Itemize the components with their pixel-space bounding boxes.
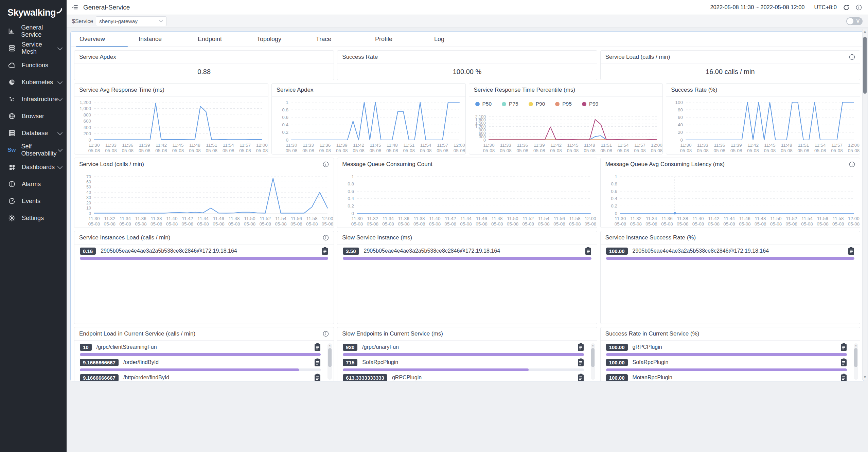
scroll-down-icon[interactable]: ▼ [863,375,867,380]
legend-label: P99 [589,101,599,107]
scroll-up-icon[interactable]: ▲ [327,343,332,347]
svg-text:0.8: 0.8 [348,181,354,186]
view-mode-toggle[interactable]: V [846,17,863,25]
legend-item-p99[interactable]: P99 [582,101,599,107]
legend-item-p50[interactable]: P50 [475,101,492,107]
tab-endpoint[interactable]: Endpoint [190,32,249,47]
svg-text:12:00: 12:00 [256,143,268,148]
tab-trace[interactable]: Trace [308,32,368,47]
tab-instance[interactable]: Instance [131,32,190,47]
info-icon[interactable] [849,54,855,60]
scroll-up-icon[interactable]: ▲ [591,343,595,347]
card-scrollbar[interactable]: ▲ [327,343,332,380]
chart-canvas: 00.20.40.60.8111:3005-0811:3305-0811:360… [272,97,465,154]
svg-text:60: 60 [86,180,91,184]
info-icon[interactable] [849,161,855,167]
tab-profile[interactable]: Profile [368,32,427,47]
sidebar-item-infrastructure[interactable]: Infrastructure [0,91,67,108]
tab-bar: OverviewInstanceEndpointTopologyTracePro… [71,32,864,47]
view-trend-icon[interactable] [578,374,584,381]
scrollbar-thumb[interactable] [863,37,867,94]
scrollbar-thumb[interactable] [854,348,857,367]
sidebar-item-functions[interactable]: Functions [0,57,67,74]
sidebar-item-general-service[interactable]: General Service [0,23,67,40]
app-logo: Skywalking [0,0,67,23]
sidebar-item-label: Dashboards [22,164,55,171]
svg-text:11:33: 11:33 [303,143,314,148]
svg-text:11:50: 11:50 [770,216,781,221]
card-scrollbar[interactable]: ▲ [591,343,595,380]
chevron-down-icon [57,45,63,50]
tab-topology[interactable]: Topology [249,32,308,47]
card-title: Slow Service Instance (ms) [342,234,412,241]
view-trend-icon[interactable] [585,247,591,255]
sidebar-item-service-mesh[interactable]: Service Mesh [0,40,67,57]
svg-text:05-08: 05-08 [600,148,612,153]
chart-service-apdex: 00.20.40.60.8111:3005-0811:3305-0811:360… [272,97,465,154]
svg-text:11:34: 11:34 [120,216,131,221]
svg-text:11:57: 11:57 [831,143,843,148]
scroll-up-icon[interactable]: ▲ [854,343,858,347]
view-trend-icon[interactable] [840,374,847,381]
sidebar-item-label: Settings [22,215,44,222]
progress-bar [343,353,584,356]
tab-log[interactable]: Log [427,32,486,47]
svg-text:05-08: 05-08 [755,221,766,227]
sidebar-item-database[interactable]: Database [0,125,67,142]
card-title: Message Queue Consuming Count [342,161,432,168]
chart-message-queue-avg-consuming-latency-ms: 00.20.40.60.8111:3005-0811:3205-0811:340… [601,171,860,228]
page-scrollbar[interactable]: ▲ ▼ [862,29,867,380]
view-trend-icon[interactable] [578,358,584,366]
view-trend-icon[interactable] [314,343,321,351]
legend-item-p90[interactable]: P90 [529,101,545,107]
legend-item-p75[interactable]: P75 [502,101,518,107]
svg-text:11:58: 11:58 [569,216,581,221]
utc-offset[interactable]: UTC+8:0 [814,4,837,11]
sidebar-item-browser[interactable]: Browser [0,108,67,125]
svg-text:05-08: 05-08 [553,221,565,227]
metric-list-item: 920/grpc/unaryFun [337,341,597,356]
chart-canvas: 02004006008001,0001,20011:3005-0811:3305… [74,97,268,154]
svg-text:05-08: 05-08 [848,221,860,227]
scroll-up-icon[interactable]: ▲ [863,29,867,34]
view-trend-icon[interactable] [578,343,584,351]
info-icon[interactable] [856,4,862,11]
sidebar-item-kubernetes[interactable]: Kubernetes [0,74,67,91]
svg-text:05-08: 05-08 [522,221,534,227]
sidebar-item-self-observability[interactable]: SwSelf Observability [0,142,67,159]
card-title: Service Instances Load (calls / min) [79,234,170,241]
sidebar-item-events[interactable]: Events [0,193,67,210]
legend-label: P50 [482,101,492,107]
sidebar-item-dashboards[interactable]: Dashboards [0,159,67,176]
svg-text:1,000: 1,000 [79,106,91,111]
collapse-sidebar-icon[interactable] [71,4,78,11]
view-trend-icon[interactable] [314,358,321,366]
time-range-picker[interactable]: 2022-05-08 11:30 ~ 2022-05-08 12:00 [710,4,804,11]
value-badge: 9.1666666667 [80,359,119,366]
svg-text:11:39: 11:39 [139,143,150,148]
svg-text:400: 400 [83,125,91,130]
svg-text:05-08: 05-08 [386,148,398,153]
svg-text:05-08: 05-08 [413,221,425,227]
scrollbar-thumb[interactable] [328,348,332,367]
card-scrollbar[interactable]: ▲ [854,343,858,380]
view-trend-icon[interactable] [840,343,847,351]
info-icon[interactable] [323,161,329,167]
legend-item-p95[interactable]: P95 [555,101,572,107]
view-trend-icon[interactable] [848,247,854,255]
tab-overview[interactable]: Overview [72,32,131,47]
dashboard-grid: Service Apdex0.88Success Rate100.00 %Ser… [71,47,864,381]
info-icon[interactable] [323,235,329,241]
refresh-icon[interactable] [843,4,850,11]
view-trend-icon[interactable] [322,247,328,255]
sidebar-item-alarms[interactable]: Alarms [0,176,67,193]
svg-text:05-08: 05-08 [445,221,457,227]
svg-text:05-08: 05-08 [651,148,662,153]
sidebar-item-settings[interactable]: Settings [0,210,67,227]
info-icon[interactable] [323,331,329,337]
view-trend-icon[interactable] [314,374,321,381]
svg-text:05-08: 05-08 [460,221,472,227]
scrollbar-thumb[interactable] [591,348,595,367]
view-trend-icon[interactable] [840,358,847,366]
service-select[interactable]: shenyu-gateway [96,16,166,26]
